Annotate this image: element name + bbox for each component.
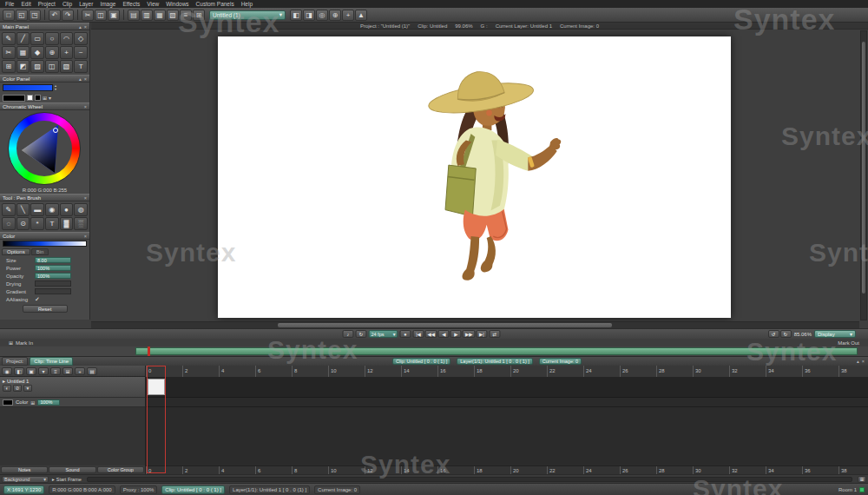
color-gradient-bar[interactable]	[3, 241, 87, 247]
chromatic-wheel-header[interactable]: Chromatic Wheel ×	[0, 102, 89, 110]
timeline-bottom-ruler[interactable]: 02468101214161820222426283032343638	[146, 465, 868, 474]
magnify-tool-icon[interactable]: ⊕	[45, 46, 59, 59]
fill-tool-icon[interactable]: ◆	[30, 46, 44, 59]
tab-options[interactable]: Options	[2, 248, 30, 255]
main-panel-toggle-icon[interactable]: ▤	[128, 10, 140, 21]
pencil-brush-icon[interactable]: ╲	[16, 203, 30, 216]
layer-frame-track[interactable]	[146, 377, 868, 398]
menu-item[interactable]: Windows	[163, 1, 191, 7]
special-brush-icon[interactable]: *	[30, 217, 44, 230]
pen-brush-icon[interactable]: ✎	[2, 203, 16, 216]
window-layout-icon[interactable]: ◧	[290, 10, 302, 21]
undo-icon[interactable]: ↶	[49, 10, 61, 21]
timeline-frame-ruler[interactable]: 02468101214161820222426283032343638	[146, 366, 868, 377]
keyframe-cell[interactable]	[148, 379, 165, 395]
fps-dropdown[interactable]: 24 fps ▾	[368, 330, 398, 338]
scrub-cursor[interactable]	[148, 346, 150, 356]
color-frame-track[interactable]	[146, 398, 868, 407]
go-to-end-button[interactable]: ▶|	[476, 330, 487, 338]
color-value-slider[interactable]	[3, 84, 53, 91]
cut-selection-icon[interactable]: ✂	[2, 46, 16, 59]
panel-collapse-icon[interactable]: ▴	[857, 359, 859, 364]
copy-icon[interactable]: ◫	[95, 10, 107, 21]
canvas-vertical-scrollbar[interactable]	[860, 30, 867, 320]
open-project-icon[interactable]: ◱	[16, 10, 28, 21]
close-icon[interactable]: ×	[84, 24, 87, 30]
room-label[interactable]: Room 1	[838, 487, 857, 492]
marker-brush-icon[interactable]: ▬	[30, 203, 44, 216]
bookmark-icon[interactable]: ▾	[38, 367, 49, 375]
layer-visibility-icon[interactable]: ◧	[14, 367, 24, 375]
onion-skin-icon[interactable]: ◉	[2, 367, 12, 375]
close-icon[interactable]: ×	[84, 234, 87, 239]
prev-frame-button[interactable]: ◀	[438, 330, 450, 338]
airbrush-icon[interactable]: ◉	[45, 203, 59, 216]
close-icon[interactable]: ×	[84, 76, 87, 82]
text-brush-icon[interactable]: T	[45, 217, 59, 230]
menu-item[interactable]: Custom Panels	[194, 1, 237, 7]
record-icon[interactable]: ●	[399, 330, 411, 338]
split-view-icon[interactable]: ◨	[303, 10, 315, 21]
snap-icon[interactable]: ⊞	[62, 367, 73, 375]
text-tool-icon[interactable]: T	[74, 60, 88, 73]
stepper-down-icon[interactable]: ▾	[55, 88, 56, 91]
flip-icon[interactable]: ⇄	[489, 330, 500, 338]
horizontal-scroll-thumb[interactable]	[278, 323, 612, 327]
menu-item[interactable]: Layer	[76, 1, 95, 7]
layers-panel-toggle-icon[interactable]: ▧	[167, 10, 179, 21]
size-field[interactable]: 8.00	[35, 257, 71, 263]
swatch-menu-icon[interactable]: ▾	[49, 95, 51, 101]
list-view-icon[interactable]: ≡	[180, 10, 192, 21]
white-swatch[interactable]	[27, 95, 33, 101]
start-frame-control[interactable]: ▸ Start Frame	[52, 477, 82, 482]
color-value-stepper[interactable]: ▴▾	[55, 84, 56, 91]
saturation-triangle[interactable]	[16, 121, 72, 176]
color-group-button[interactable]: Color Group	[97, 466, 144, 473]
canvas-horizontal-scrollbar[interactable]	[91, 321, 859, 328]
menu-item[interactable]: View	[144, 1, 161, 7]
texture-brush-icon[interactable]: ◍	[74, 203, 88, 216]
add-layer-icon[interactable]: +	[75, 367, 85, 375]
refresh-display-icon[interactable]: ↻	[780, 330, 792, 338]
refresh-view-icon[interactable]: ↺	[768, 330, 779, 338]
pattern-tool-icon[interactable]: ▧	[60, 60, 74, 73]
layer-expand-icon[interactable]: ▸	[3, 378, 5, 384]
tab-bin[interactable]: Bin	[31, 248, 49, 255]
panel-close-icon[interactable]: ×	[862, 359, 865, 364]
target-icon[interactable]: ◎	[316, 10, 328, 21]
save-project-icon[interactable]: ◳	[29, 10, 41, 21]
pen-tool-icon[interactable]: ✎	[2, 32, 16, 45]
layer-name[interactable]: Untitled 1	[7, 379, 29, 384]
aaliasing-checkbox[interactable]: ✓	[35, 296, 71, 303]
grid-view-icon[interactable]: ⊞	[193, 10, 205, 21]
main-panel-header[interactable]: Main Panel ▴×	[0, 23, 89, 30]
fill-pattern-icon[interactable]: ▓	[60, 217, 74, 230]
smudge-brush-icon[interactable]: ⊙	[16, 217, 30, 230]
mirror-tool-icon[interactable]: ◩	[16, 60, 30, 73]
color-grid-icon[interactable]: ⊞	[30, 399, 35, 406]
halftone-icon[interactable]: ░	[74, 217, 88, 230]
swatch-grid-icon[interactable]: ⊞	[43, 95, 47, 101]
menu-item[interactable]: Effects	[120, 1, 142, 7]
paste-icon[interactable]: ▣	[108, 10, 120, 21]
project-selector-dropdown[interactable]: Untitled (1) ▾	[209, 10, 286, 20]
menu-item[interactable]: Help	[239, 1, 255, 7]
curve-tool-icon[interactable]: ~	[74, 46, 88, 59]
timeline-scrub-bar[interactable]	[135, 347, 858, 355]
color-panel-toggle-icon[interactable]: ▦	[154, 10, 166, 21]
timeline-horizontal-scrollbar[interactable]	[87, 477, 852, 482]
polygon-tool-icon[interactable]: ◇	[74, 32, 88, 45]
next-frame-button[interactable]: ▶▶	[463, 330, 475, 338]
background-dropdown[interactable]: Background ▾	[2, 476, 49, 483]
grid-tool-icon[interactable]: ⊞	[2, 60, 16, 73]
loop-icon[interactable]: ↻	[355, 330, 366, 338]
timeline-tab-project[interactable]: Project:	[2, 357, 28, 366]
mark-out-label[interactable]: Mark Out	[838, 340, 859, 346]
collapse-icon[interactable]: ▴	[79, 76, 82, 82]
close-icon[interactable]: ×	[84, 195, 87, 201]
pin-icon[interactable]: ▲	[355, 10, 367, 21]
gradient-field[interactable]	[35, 288, 71, 294]
layer-menu-icon[interactable]: ▾	[23, 385, 32, 392]
color-section-header[interactable]: Color ×	[0, 232, 89, 240]
layer-opacity-icon[interactable]: ◐	[3, 385, 11, 392]
